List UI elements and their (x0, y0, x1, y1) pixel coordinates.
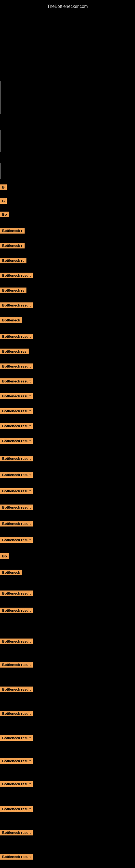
bottleneck-result-item[interactable]: Bottleneck result (0, 686, 33, 692)
bottleneck-result-item[interactable]: Bo (0, 553, 9, 559)
bottleneck-result-item[interactable]: Bottleneck result (0, 456, 33, 461)
bottleneck-result-item[interactable]: Bottleneck result (0, 408, 33, 414)
vertical-line (1, 130, 1, 152)
vertical-line (1, 82, 1, 114)
bottleneck-result-item[interactable]: Bottleneck result (0, 854, 33, 860)
bottleneck-result-item[interactable]: Bottleneck result (0, 830, 33, 835)
bottleneck-result-item[interactable]: Bottleneck re (0, 287, 27, 293)
bottleneck-result-item[interactable]: Bottleneck (0, 569, 22, 575)
bottleneck-result-item[interactable]: Bottleneck result (0, 504, 33, 510)
bottleneck-result-item[interactable]: Bottleneck result (0, 273, 33, 278)
bottleneck-result-item[interactable]: Bottleneck result (0, 711, 33, 716)
vertical-line (1, 163, 1, 179)
bottleneck-result-item[interactable]: Bottleneck re (0, 258, 27, 264)
site-title: TheBottlenecker.com (0, 1, 135, 12)
bottleneck-result-item[interactable]: Bottleneck res (0, 348, 29, 354)
bottleneck-result-item[interactable]: Bottleneck result (0, 590, 33, 596)
bottleneck-result-item[interactable]: Bottleneck (0, 317, 22, 323)
bottleneck-result-item[interactable]: Bottleneck r (0, 228, 25, 234)
bottleneck-result-item[interactable]: Bottleneck result (0, 423, 33, 429)
bottleneck-result-item[interactable]: Bottleneck result (0, 364, 33, 369)
bottleneck-result-item[interactable]: Bottleneck result (0, 472, 33, 478)
bottleneck-result-item[interactable]: Bottleneck result (0, 735, 33, 741)
bottleneck-result-item[interactable]: Bottleneck result (0, 303, 33, 308)
bottleneck-result-item[interactable]: Bottleneck result (0, 378, 33, 384)
bottleneck-result-item[interactable]: Bottleneck result (0, 758, 33, 764)
bottleneck-result-item[interactable]: Bottleneck result (0, 438, 33, 444)
bottleneck-result-item[interactable]: B (0, 184, 7, 190)
bottleneck-result-item[interactable]: Bottleneck result (0, 488, 33, 494)
bottleneck-result-item[interactable]: Bottleneck result (0, 521, 33, 527)
bottleneck-result-item[interactable]: Bottleneck result (0, 806, 33, 812)
bottleneck-result-item[interactable]: Bottleneck result (0, 537, 33, 543)
bottleneck-result-item[interactable]: Bo (0, 212, 9, 217)
bottleneck-result-item[interactable]: Bottleneck result (0, 639, 33, 644)
bottleneck-result-item[interactable]: Bottleneck result (0, 781, 33, 787)
bottleneck-result-item[interactable]: Bottleneck result (0, 334, 33, 339)
bottleneck-result-item[interactable]: Bottleneck result (0, 662, 33, 668)
bottleneck-result-item[interactable]: B (0, 198, 7, 204)
bottleneck-result-item[interactable]: Bottleneck r (0, 243, 25, 248)
bottleneck-result-item[interactable]: Bottleneck result (0, 393, 33, 399)
bottleneck-result-item[interactable]: Bottleneck result (0, 608, 33, 613)
